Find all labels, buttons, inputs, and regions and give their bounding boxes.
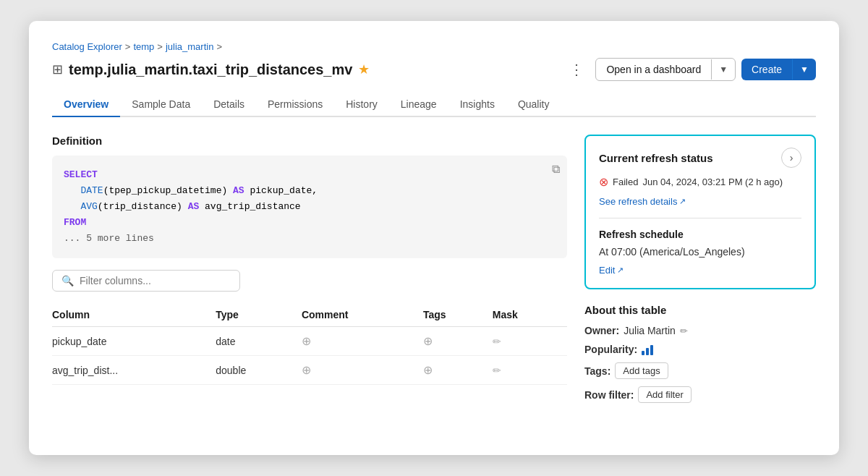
bar-2 [646,348,649,355]
fn-avg: AVG [80,201,97,212]
cell-col-tags-2[interactable]: ⊕ [423,356,493,385]
filter-input-wrap: 🔍 [52,270,240,292]
filter-row: 🔍 [52,270,567,292]
col-header-column: Column [52,303,216,327]
owner-label: Owner: [584,325,619,336]
col-header-type: Type [216,303,302,327]
cell-col-comment-2[interactable]: ⊕ [302,356,423,385]
keyword-from: FROM [64,217,86,228]
about-row-filter-row: Row filter: Add filter [584,386,816,403]
title-actions: ⋮ Open in a dashboard ▼ Create ▼ [563,58,816,81]
left-panel: Definition ⧉ SELECT DATE(tpep_pickup_dat… [52,135,567,413]
keyword-select: SELECT [64,169,98,180]
col-header-mask: Mask [493,303,567,327]
copy-code-button[interactable]: ⧉ [552,163,560,176]
table-row: avg_trip_dist... double ⊕ ⊕ ✏ [52,356,567,385]
comment-icon-2[interactable]: ⊕ [302,364,311,376]
search-icon: 🔍 [61,275,74,286]
tags-icon-1[interactable]: ⊕ [423,335,433,347]
breadcrumb-julia-martin[interactable]: julia_martin [166,41,213,52]
tabs-bar: Overview Sample Data Details Permissions… [52,93,816,117]
cell-col-name-1: pickup_date [52,327,216,356]
failed-date: Jun 04, 2024, 03:21 PM (2 h ago) [642,177,783,187]
refresh-schedule-time: At 07:00 (America/Los_Angeles) [599,246,801,258]
filter-columns-input[interactable] [80,275,231,286]
failed-row: ⊗ Failed Jun 04, 2024, 03:21 PM (2 h ago… [599,175,801,189]
code-line-date: DATE(tpep_pickup_datetime) AS pickup_dat… [64,183,556,199]
open-dashboard-button[interactable]: Open in a dashboard ▼ [595,58,736,81]
cell-col-tags-1[interactable]: ⊕ [423,327,493,356]
breadcrumb-sep1: > [125,41,131,52]
col-header-comment: Comment [302,303,423,327]
owner-value: Julia Martin [624,325,676,336]
title-left: ⊞ temp.julia_martin.taxi_trip_distances_… [52,61,370,78]
tab-details[interactable]: Details [202,93,256,117]
kw-as-1: AS [233,185,244,196]
breadcrumb-catalog[interactable]: Catalog Explorer [52,41,122,52]
tab-sample-data[interactable]: Sample Data [120,93,202,117]
col-header-tags: Tags [423,303,493,327]
about-popularity-row: Popularity: [584,344,816,355]
cell-col-type-2: double [216,356,302,385]
ext-link-icon-2: ↗ [617,265,624,275]
code-line-avg: AVG(trip_distance) AS avg_trip_distance [64,199,556,215]
code-more-lines: ... 5 more lines [64,231,556,247]
breadcrumb-sep2: > [157,41,163,52]
about-owner-row: Owner: Julia Martin ✏ [584,325,816,336]
fn-date: DATE [80,185,103,196]
kebab-menu-button[interactable]: ⋮ [563,58,590,81]
definition-title: Definition [52,135,567,147]
row-filter-label: Row filter: [584,389,634,401]
mask-edit-icon-1[interactable]: ✏ [493,336,501,347]
kw-as-2: AS [188,201,200,212]
about-title: About this table [584,304,816,316]
comment-icon-1[interactable]: ⊕ [302,335,311,347]
open-dashboard-label: Open in a dashboard [596,59,711,80]
cell-col-comment-1[interactable]: ⊕ [302,327,423,356]
table-header-row: Column Type Comment Tags Mask [52,303,567,327]
refresh-card-header: Current refresh status › [599,148,801,168]
bar-1 [642,351,644,355]
refresh-status-chevron[interactable]: › [781,148,801,168]
popularity-label: Popularity: [584,344,637,355]
title-row: ⊞ temp.julia_martin.taxi_trip_distances_… [52,58,816,81]
failed-status: Failed [613,177,638,187]
sql-code-block: ⧉ SELECT DATE(tpep_pickup_datetime) AS p… [52,156,567,258]
bar-3 [650,345,653,355]
main-content: Definition ⧉ SELECT DATE(tpep_pickup_dat… [52,135,816,413]
cell-col-mask-1[interactable]: ✏ [493,327,567,356]
ext-link-icon-1: ↗ [679,197,686,206]
tab-overview[interactable]: Overview [52,93,120,117]
tags-icon-2[interactable]: ⊕ [423,364,433,376]
create-label: Create [741,59,792,80]
breadcrumb-temp[interactable]: temp [133,41,154,52]
tab-permissions[interactable]: Permissions [256,93,334,117]
cell-col-type-1: date [216,327,302,356]
open-dashboard-arrow[interactable]: ▼ [711,59,735,80]
tags-label: Tags: [584,365,610,377]
tab-lineage[interactable]: Lineage [389,93,448,117]
code-line-from: FROM [64,215,556,231]
create-arrow[interactable]: ▼ [792,59,816,80]
tab-history[interactable]: History [334,93,389,117]
add-filter-button[interactable]: Add filter [638,386,691,403]
breadcrumb: Catalog Explorer > temp > julia_martin > [52,41,816,52]
mask-edit-icon-2[interactable]: ✏ [493,365,501,376]
table-icon: ⊞ [52,61,63,77]
refresh-schedule-title: Refresh schedule [599,229,801,240]
create-button[interactable]: Create ▼ [741,59,816,80]
breadcrumb-sep3: > [216,41,222,52]
refresh-status-card: Current refresh status › ⊗ Failed Jun 04… [584,135,816,289]
table-row: pickup_date date ⊕ ⊕ ✏ [52,327,567,356]
cell-col-mask-2[interactable]: ✏ [493,356,567,385]
card-divider [599,218,801,218]
see-refresh-details-link[interactable]: See refresh details ↗ [599,196,686,207]
refresh-status-title: Current refresh status [599,152,713,164]
tab-quality[interactable]: Quality [506,93,561,117]
owner-edit-icon[interactable]: ✏ [680,326,688,336]
cell-col-name-2: avg_trip_dist... [52,356,216,385]
star-icon[interactable]: ★ [358,61,370,77]
add-tags-button[interactable]: Add tags [615,362,668,379]
edit-schedule-link[interactable]: Edit ↗ [599,265,624,276]
tab-insights[interactable]: Insights [448,93,506,117]
